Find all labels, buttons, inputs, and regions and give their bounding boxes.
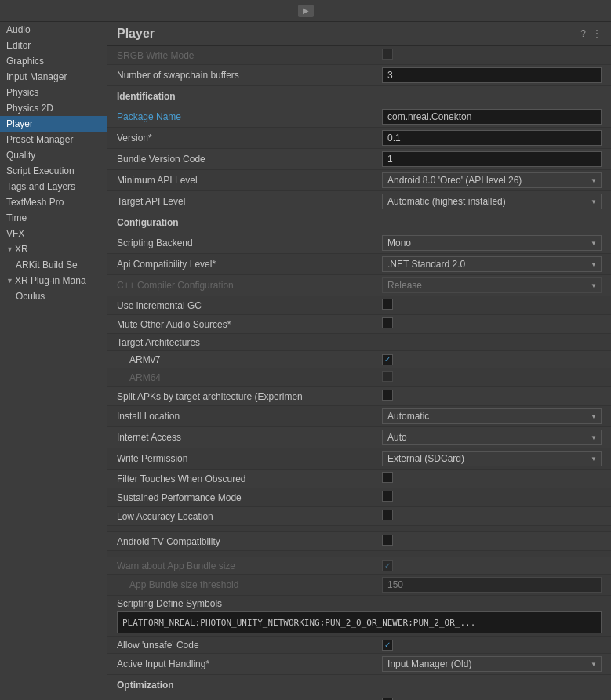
allow-unsafe-row: Allow 'unsafe' Code: [107, 637, 611, 654]
sidebar-item-editor[interactable]: Editor: [0, 38, 107, 53]
version-input[interactable]: [382, 130, 602, 146]
swapchain-buffers-input[interactable]: [382, 67, 602, 83]
api-compat-row: Api Compatibility Level* .NET Standard 2…: [107, 254, 611, 275]
cpp-compiler-dropdown-wrapper: Release: [382, 277, 602, 293]
armv7-label: ARMv7: [117, 354, 382, 365]
incremental-gc-checkbox[interactable]: [382, 299, 393, 310]
filter-touches-checkbox[interactable]: [382, 472, 393, 483]
scripting-backend-dropdown[interactable]: Mono: [382, 235, 602, 251]
bundle-version-code-input[interactable]: [382, 151, 602, 167]
scripting-backend-row: Scripting Backend Mono: [107, 233, 611, 254]
sidebar-item-textmesh-pro[interactable]: TextMesh Pro: [0, 194, 107, 210]
srgb-write-mode-checkbox[interactable]: [382, 49, 393, 60]
mute-audio-value: [382, 317, 602, 331]
write-permission-dropdown-wrapper: External (SDCard): [382, 451, 602, 466]
warn-bundle-size-checkbox[interactable]: [382, 560, 393, 571]
cpp-compiler-label: C++ Compiler Configuration: [117, 280, 382, 291]
min-api-level-dropdown-wrapper: Android 8.0 'Oreo' (API level 26): [382, 172, 602, 188]
sidebar-item-preset-manager[interactable]: Preset Manager: [0, 132, 107, 147]
bundle-version-code-label: Bundle Version Code: [117, 154, 382, 165]
target-api-level-label: Target API Level: [117, 196, 382, 207]
allow-unsafe-checkbox[interactable]: [382, 640, 393, 651]
android-tv-checkbox[interactable]: [382, 535, 393, 546]
bundle-version-code-value: [382, 151, 602, 167]
more-icon[interactable]: ⋮: [592, 28, 602, 39]
active-input-dropdown[interactable]: Input Manager (Old): [382, 656, 602, 672]
sidebar-item-physics[interactable]: Physics: [0, 85, 107, 100]
version-value: [382, 130, 602, 146]
warn-bundle-size-value: [382, 560, 602, 571]
package-name-input[interactable]: [382, 109, 602, 125]
arm64-row: ARM64: [107, 368, 611, 387]
armv7-row: ARMv7: [107, 351, 611, 368]
srgb-write-mode-value: [382, 49, 602, 62]
target-api-level-dropdown[interactable]: Automatic (highest installed): [382, 194, 602, 209]
xr-expand-icon: ▼: [6, 245, 13, 253]
content-area: Player ? ⋮ SRGB Write Mode Number of swa…: [107, 22, 611, 700]
filter-touches-value: [382, 472, 602, 485]
sidebar-item-xr-plugin[interactable]: ▼ XR Plug-in Mana: [0, 273, 107, 288]
swapchain-buffers-label: Number of swapchain buffers: [117, 70, 382, 81]
target-arch-row: Target Architectures: [107, 334, 611, 351]
sidebar-item-player[interactable]: Player: [0, 116, 107, 132]
filter-touches-row: Filter Touches When Obscured: [107, 470, 611, 488]
sidebar-item-quality[interactable]: Quality: [0, 147, 107, 163]
sustained-performance-label: Sustained Performance Mode: [117, 492, 382, 503]
active-input-row: Active Input Handling* Input Manager (Ol…: [107, 654, 611, 675]
sidebar-item-audio[interactable]: Audio: [0, 22, 107, 38]
top-bar: ▶: [0, 0, 611, 22]
write-permission-label: Write Permission: [117, 453, 382, 464]
install-location-dropdown[interactable]: Automatic: [382, 408, 602, 424]
android-tv-row: Android TV Compatibility: [107, 532, 611, 551]
split-apks-checkbox[interactable]: [382, 390, 393, 401]
low-accuracy-row: Low Accuracy Location: [107, 507, 611, 526]
sustained-performance-checkbox[interactable]: [382, 491, 393, 502]
internet-access-row: Internet Access Auto: [107, 427, 611, 448]
android-tv-label: Android TV Compatibility: [117, 536, 382, 547]
sidebar-item-tags-layers[interactable]: Tags and Layers: [0, 179, 107, 194]
internet-access-dropdown[interactable]: Auto: [382, 430, 602, 445]
sidebar-item-oculus[interactable]: Oculus: [0, 288, 107, 304]
sidebar-item-physics-2d[interactable]: Physics 2D: [0, 100, 107, 116]
scripting-define-input[interactable]: [117, 611, 602, 633]
sidebar-item-time[interactable]: Time: [0, 210, 107, 226]
low-accuracy-checkbox[interactable]: [382, 510, 393, 520]
srgb-write-mode-row: SRGB Write Mode: [107, 46, 611, 65]
sidebar-item-arkit[interactable]: ARKit Build Se: [0, 257, 107, 273]
sustained-performance-row: Sustained Performance Mode: [107, 488, 611, 507]
install-location-row: Install Location Automatic: [107, 406, 611, 427]
help-icon[interactable]: ?: [580, 28, 586, 39]
write-permission-dropdown[interactable]: External (SDCard): [382, 451, 602, 466]
srgb-write-mode-label: SRGB Write Mode: [117, 50, 382, 61]
swapchain-buffers-row: Number of swapchain buffers: [107, 65, 611, 86]
armv7-checkbox[interactable]: [382, 354, 393, 365]
settings-content: SRGB Write Mode Number of swapchain buff…: [107, 46, 611, 700]
sidebar-item-input-manager[interactable]: Input Manager: [0, 69, 107, 85]
prebake-collision-row: Prebake Collision Meshes*: [107, 695, 611, 700]
content-header: Player ? ⋮: [107, 22, 611, 46]
sidebar-item-script-execution[interactable]: Script Execution: [0, 163, 107, 179]
sidebar-item-graphics[interactable]: Graphics: [0, 53, 107, 69]
sidebar-item-xr[interactable]: ▼ XR: [0, 241, 107, 257]
scripting-backend-dropdown-wrapper: Mono: [382, 235, 602, 251]
allow-unsafe-value: [382, 639, 602, 651]
mute-audio-checkbox[interactable]: [382, 317, 393, 328]
bundle-size-threshold-input[interactable]: [382, 577, 602, 593]
mute-audio-row: Mute Other Audio Sources*: [107, 315, 611, 334]
cpp-compiler-dropdown[interactable]: Release: [382, 277, 602, 293]
scripting-define-row: Scripting Define Symbols: [107, 596, 611, 637]
arm64-checkbox[interactable]: [382, 371, 393, 382]
identification-header: Identification: [107, 86, 611, 107]
swapchain-buffers-value: [382, 67, 602, 83]
configuration-header: Configuration: [107, 212, 611, 233]
active-input-dropdown-wrapper: Input Manager (Old): [382, 656, 602, 672]
api-compat-dropdown[interactable]: .NET Standard 2.0: [382, 256, 602, 272]
sustained-performance-value: [382, 491, 602, 504]
arm64-label: ARM64: [117, 372, 382, 383]
arm64-value: [382, 371, 602, 384]
target-api-level-dropdown-wrapper: Automatic (highest installed): [382, 194, 602, 209]
install-location-label: Install Location: [117, 411, 382, 422]
sidebar-item-vfx[interactable]: VFX: [0, 226, 107, 241]
min-api-level-dropdown[interactable]: Android 8.0 'Oreo' (API level 26): [382, 172, 602, 188]
package-name-label: Package Name: [117, 111, 382, 122]
